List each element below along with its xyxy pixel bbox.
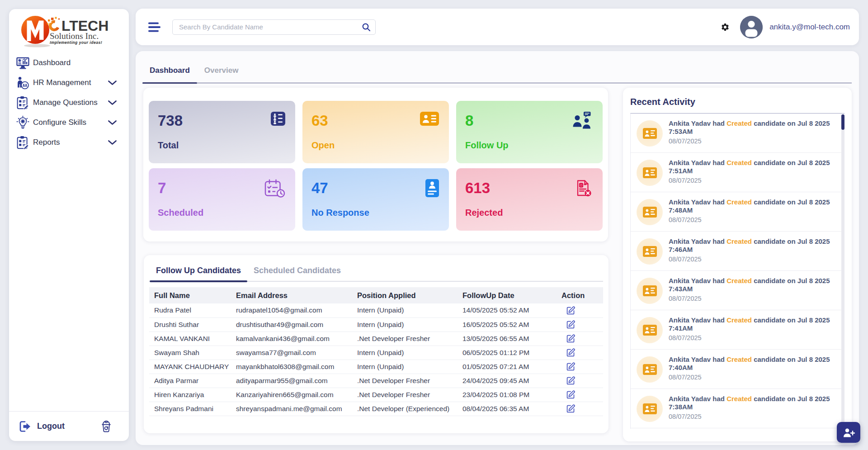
table-row: Swayam Shah swayamsa77@gmail.com Intern …	[149, 346, 603, 360]
sidebar: LTECH Solutions Inc. Implementing your i…	[9, 9, 129, 441]
tab-overview[interactable]: Overview	[197, 65, 246, 83]
activity-text: Ankita Yadav had Created candidate on Ju…	[669, 355, 837, 364]
edit-candidate-button[interactable]	[566, 306, 576, 315]
avatar[interactable]	[740, 16, 763, 38]
logo-tagline-text: Implementing your ideas!	[50, 40, 102, 45]
chevron-down-icon	[108, 120, 117, 125]
cell-position: .Net Developer (Experienced)	[352, 402, 458, 416]
col-header-full-name: Full Name	[149, 287, 231, 303]
activity-text: Ankita Yadav had Created candidate on Ju…	[669, 316, 837, 324]
candidates-tabs: Follow Up Candidates Scheduled Candidate…	[150, 266, 603, 282]
tab-dashboard[interactable]: Dashboard	[142, 65, 197, 83]
activity-scrollbar-thumb[interactable]	[841, 114, 844, 130]
cell-followup-date: 01/05/2025 07:21 AM	[458, 360, 557, 374]
stat-card-no-response[interactable]: 47 No Response	[302, 168, 449, 231]
activity-action: Created	[726, 119, 752, 127]
hamburger-menu-icon[interactable]	[148, 22, 162, 33]
col-header-email: Email Address	[231, 287, 352, 303]
edit-candidate-button[interactable]	[566, 348, 576, 357]
activity-time: 7:51AM	[669, 167, 837, 175]
edit-candidate-button[interactable]	[566, 376, 576, 385]
search-input[interactable]	[172, 19, 376, 35]
company-logo: LTECH Solutions Inc. Implementing your i…	[20, 13, 117, 54]
stats-grid: 738 Total 63 Open 8 Follow Up	[149, 101, 603, 231]
activity-item: Ankita Yadav had Created candidate on Ju…	[631, 310, 844, 350]
table-row: Rudra Patel rudrapatel1054@gmail.com Int…	[149, 303, 603, 317]
candidate-card-icon	[637, 356, 663, 383]
activity-text: Ankita Yadav had Created candidate on Ju…	[669, 198, 837, 206]
chevron-down-icon	[108, 100, 117, 105]
total-contacts-icon	[271, 112, 285, 126]
sidebar-item[interactable]: HR Management	[9, 73, 129, 93]
candidate-card-icon	[637, 160, 663, 186]
recycle-bin-icon[interactable]	[101, 421, 112, 432]
col-header-action: Action	[557, 287, 603, 303]
followup-people-icon	[572, 112, 593, 130]
gear-icon[interactable]	[721, 23, 730, 32]
cell-full-name: Hiren Kanzariya	[149, 388, 231, 402]
sidebar-nav: Dashboard HR Management	[9, 53, 129, 152]
activity-text: Ankita Yadav had Created candidate on Ju…	[669, 237, 837, 246]
edit-candidate-button[interactable]	[566, 334, 576, 343]
edit-candidate-button[interactable]	[566, 362, 576, 371]
activity-time: 7:43AM	[669, 285, 837, 293]
stat-card-rejected[interactable]: 613 Rejected	[456, 168, 603, 231]
table-row: Shreyans Padmani shreyanspadmani.me@gmai…	[149, 402, 603, 416]
add-candidate-button[interactable]	[837, 422, 860, 443]
tab-scheduled-candidates[interactable]: Scheduled Candidates	[247, 266, 347, 281]
stat-label: Open	[311, 140, 438, 151]
stat-label: Scheduled	[158, 208, 284, 218]
edit-candidate-button[interactable]	[566, 320, 576, 329]
cell-full-name: Rudra Patel	[149, 303, 231, 317]
cell-email: drushtisuthar49@gmail.com	[231, 317, 352, 332]
candidate-card-icon	[637, 396, 663, 422]
cell-position: .Net Developer Fresher	[352, 388, 458, 402]
activity-item: Ankita Yadav had Created candidate on Ju…	[631, 153, 844, 192]
activity-action: Created	[726, 198, 752, 206]
col-header-position: Position Applied	[352, 287, 458, 303]
sidebar-item[interactable]: Configure Skills	[9, 113, 129, 133]
activity-date: 08/07/2025	[669, 137, 837, 145]
cell-email: mayankbhatol6308@gmail.com	[231, 360, 352, 374]
candidates-panel: Follow Up Candidates Scheduled Candidate…	[144, 255, 609, 433]
cell-followup-date: 16/05/2025 05:52 AM	[458, 317, 557, 332]
main-content: Dashboard Overview 738 Total 63 Open	[136, 51, 859, 445]
stat-card-open[interactable]: 63 Open	[302, 101, 449, 163]
activity-text: Ankita Yadav had Created candidate on Ju…	[669, 119, 837, 128]
logout-button[interactable]: Logout	[9, 411, 129, 441]
activity-text: Ankita Yadav had Created candidate on Ju…	[669, 277, 837, 285]
cell-followup-date: 14/05/2025 05:52 AM	[458, 303, 557, 317]
sidebar-item[interactable]: Dashboard	[9, 53, 129, 73]
candidate-card-icon	[637, 199, 663, 225]
sidebar-item[interactable]: Reports	[9, 133, 129, 152]
activity-item: Ankita Yadav had Created candidate on Ju…	[631, 114, 844, 153]
sidebar-item[interactable]: Manage Questions	[9, 93, 129, 113]
cell-full-name: Shreyans Padmani	[149, 402, 231, 416]
activity-date: 08/07/2025	[669, 256, 837, 263]
recent-activity-list: Ankita Yadav had Created candidate on Ju…	[630, 113, 844, 429]
stat-label: Total	[158, 140, 284, 151]
open-idcard-icon	[420, 112, 439, 126]
stat-card-follow-up[interactable]: 8 Follow Up	[456, 101, 603, 163]
stat-label: No Response	[311, 208, 438, 218]
logout-label: Logout	[37, 422, 65, 431]
edit-candidate-button[interactable]	[566, 404, 576, 413]
search-icon[interactable]	[362, 23, 371, 32]
chevron-down-icon	[108, 140, 117, 145]
edit-candidate-button[interactable]	[566, 390, 576, 399]
cell-full-name: Drushti Suthar	[149, 317, 231, 332]
activity-date: 08/07/2025	[669, 334, 837, 341]
cell-email: kamalvankani436@gmail.com	[231, 332, 352, 346]
activity-action: Created	[726, 355, 752, 363]
activity-date: 08/07/2025	[669, 413, 837, 420]
stat-card-total[interactable]: 738 Total	[149, 101, 295, 163]
stat-card-scheduled[interactable]: 7 Scheduled	[149, 168, 295, 231]
activity-item: Ankita Yadav had Created candidate on Ju…	[631, 271, 844, 310]
candidates-table: Full Name Email Address Position Applied…	[149, 287, 603, 416]
tab-followup-candidates[interactable]: Follow Up Candidates	[150, 266, 247, 281]
cell-position: Intern (Unpaid)	[352, 317, 458, 332]
cell-email: swayamsa77@gmail.com	[231, 346, 352, 360]
activity-scrollbar-track[interactable]	[841, 114, 844, 429]
cell-followup-date: 08/04/2025 06:35 AM	[458, 402, 557, 416]
cell-email: rudrapatel1054@gmail.com	[231, 303, 352, 317]
